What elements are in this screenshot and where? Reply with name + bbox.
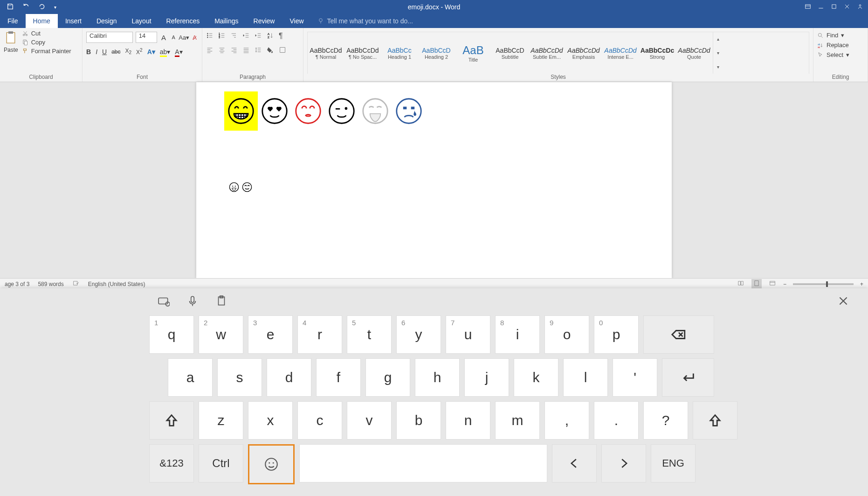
paste-button[interactable]: Paste (4, 30, 18, 74)
styles-scroll-down-icon[interactable]: ▾ (713, 46, 723, 60)
align-right-icon[interactable] (230, 46, 238, 55)
borders-icon[interactable] (279, 46, 286, 55)
emoji-wink[interactable] (325, 94, 358, 128)
line-spacing-icon[interactable] (255, 46, 262, 55)
style-heading-1[interactable]: AaBbCcHeading 1 (381, 32, 418, 74)
key-c[interactable]: c (297, 401, 342, 440)
key-m[interactable]: m (495, 401, 540, 440)
format-painter-button[interactable]: Format Painter (22, 48, 71, 55)
key-e[interactable]: 3e (248, 315, 293, 354)
share-icon[interactable] (857, 3, 863, 11)
key-r[interactable]: 4r (297, 315, 342, 354)
emoji-tongue[interactable] (358, 94, 392, 128)
tab-view[interactable]: View (282, 14, 311, 28)
zoom-out-icon[interactable]: − (783, 281, 786, 287)
key-i[interactable]: 8i (495, 315, 540, 354)
emoji-kiss[interactable] (291, 94, 325, 128)
document-viewport[interactable] (0, 82, 868, 278)
cut-button[interactable]: Cut (22, 30, 71, 37)
key-a[interactable]: a (168, 358, 213, 397)
tab-mailings[interactable]: Mailings (207, 14, 246, 28)
key-s[interactable]: s (217, 358, 262, 397)
key-shift-right[interactable] (693, 401, 737, 440)
key-k[interactable]: k (514, 358, 558, 397)
emoji-small-2[interactable] (242, 182, 252, 192)
tab-review[interactable]: Review (246, 14, 282, 28)
key-question[interactable]: ? (643, 401, 688, 440)
underline-button[interactable]: U (102, 48, 107, 56)
style-quote[interactable]: AaBbCcDdQuote (676, 32, 713, 74)
key-q[interactable]: 1q (149, 315, 194, 354)
key-y[interactable]: 6y (396, 315, 441, 354)
zoom-slider[interactable] (793, 283, 854, 285)
style-strong[interactable]: AaBbCcDcStrong (639, 32, 676, 74)
key-p[interactable]: 0p (594, 315, 639, 354)
key-space[interactable] (299, 444, 547, 482)
replace-button[interactable]: abacReplace (817, 42, 864, 49)
decrease-indent-icon[interactable] (242, 32, 250, 41)
change-case-icon[interactable]: Aa▾ (180, 33, 188, 42)
tell-me-search[interactable]: Tell me what you want to do... (317, 14, 413, 28)
grow-font-icon[interactable]: A (160, 33, 167, 42)
web-layout-icon[interactable] (768, 280, 777, 288)
key-right-arrow[interactable] (601, 444, 646, 482)
key-f[interactable]: f (316, 358, 361, 397)
key-left-arrow[interactable] (552, 444, 597, 482)
bullets-icon[interactable] (206, 32, 214, 41)
key-language[interactable]: ENG (651, 444, 696, 482)
highlight-color-icon[interactable]: ab▾ (160, 48, 171, 56)
shading-icon[interactable] (267, 46, 274, 55)
undo-icon[interactable] (22, 3, 30, 12)
styles-scroll-up-icon[interactable]: ▴ (713, 32, 723, 46)
key-g[interactable]: g (365, 358, 410, 397)
maximize-icon[interactable] (831, 3, 837, 11)
spellcheck-icon[interactable] (72, 280, 80, 288)
tab-layout[interactable]: Layout (124, 14, 159, 28)
key-t[interactable]: 5t (347, 315, 392, 354)
key-l[interactable]: l (563, 358, 608, 397)
ribbon-display-options-icon[interactable] (805, 3, 811, 11)
key-apostrophe[interactable]: ' (613, 358, 657, 397)
key-n[interactable]: n (446, 401, 490, 440)
emoji-heart-eyes[interactable] (258, 94, 291, 128)
key-comma[interactable]: , (544, 401, 589, 440)
key-z[interactable]: z (199, 401, 243, 440)
styles-more-icon[interactable]: ▾ (713, 60, 723, 74)
justify-icon[interactable] (242, 46, 250, 55)
styles-gallery[interactable]: AaBbCcDd¶ NormalAaBbCcDd¶ No Spac...AaBb… (307, 32, 809, 74)
strikethrough-button[interactable]: abc (111, 49, 120, 55)
key-backspace[interactable] (643, 315, 714, 354)
key-j[interactable]: j (464, 358, 509, 397)
print-layout-icon[interactable] (751, 279, 762, 289)
key-w[interactable]: 2w (199, 315, 243, 354)
key-numbers[interactable]: &123 (149, 444, 194, 482)
key-shift-left[interactable] (149, 401, 194, 440)
show-marks-icon[interactable]: ¶ (279, 32, 283, 41)
qat-dropdown-icon[interactable]: ▾ (54, 5, 56, 10)
emoji-grinning[interactable] (224, 91, 258, 131)
style--no-spac-[interactable]: AaBbCcDd¶ No Spac... (344, 32, 381, 74)
key-ctrl[interactable]: Ctrl (199, 444, 243, 482)
read-mode-icon[interactable] (737, 280, 745, 288)
tab-file[interactable]: File (0, 14, 26, 28)
bold-button[interactable]: B (86, 48, 91, 56)
find-button[interactable]: Find ▾ (817, 32, 864, 39)
clear-formatting-icon[interactable]: A̷ (191, 33, 198, 42)
copy-button[interactable]: Copy (22, 39, 71, 46)
style-subtle-em-[interactable]: AaBbCcDdSubtle Em... (529, 32, 565, 74)
key-o[interactable]: 9o (544, 315, 589, 354)
tab-home[interactable]: Home (26, 14, 58, 28)
emoji-small-1[interactable] (229, 182, 239, 192)
key-b[interactable]: b (396, 401, 441, 440)
tab-design[interactable]: Design (89, 14, 124, 28)
word-count[interactable]: 589 words (38, 281, 63, 287)
page-indicator[interactable]: age 3 of 3 (5, 281, 29, 287)
font-color-icon[interactable]: A▾ (175, 48, 182, 56)
zoom-in-icon[interactable]: + (860, 281, 863, 287)
minimize-icon[interactable] (818, 3, 824, 11)
document-page[interactable] (196, 82, 672, 278)
emoji-cry[interactable] (392, 94, 426, 128)
style-subtitle[interactable]: AaBbCcDSubtitle (492, 32, 529, 74)
font-size-combo[interactable]: 14 (136, 32, 158, 43)
sort-icon[interactable]: AZ (267, 32, 274, 41)
